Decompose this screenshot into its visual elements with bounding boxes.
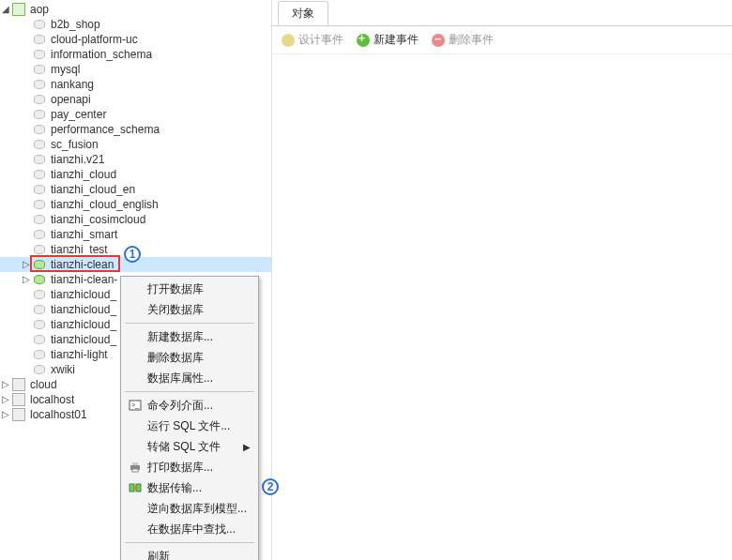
database-item[interactable]: ▷tianzhi-clean [0,257,271,272]
database-icon [32,287,47,302]
menu-item[interactable]: 数据库属性... [123,368,256,388]
expander-icon[interactable]: ◢ [0,2,11,17]
blank-icon [127,350,144,365]
menu-item-label: 数据传输... [147,480,202,496]
database-item[interactable]: tianzhi_cloud_english [0,197,271,212]
tree-item-label: tianzhicloud_ [49,332,116,347]
content-panel: 对象 设计事件 新建事件 删除事件 [272,0,732,560]
database-item[interactable]: performance_schema [0,122,271,137]
transfer-icon [127,480,144,495]
tree-item-label: localhost [28,392,74,407]
menu-item[interactable]: 运行 SQL 文件... [123,416,256,436]
menu-item-label: 转储 SQL 文件 [147,439,221,455]
database-icon [32,257,47,272]
expander-icon[interactable]: ▷ [21,257,32,272]
database-icon [32,242,47,257]
database-icon [32,212,47,227]
connection-aop[interactable]: ◢aop [0,2,271,17]
database-icon [32,317,47,332]
tree-item-label: tianzhi_smart [49,227,117,242]
menu-item[interactable]: 数据传输... [123,477,256,498]
menu-item-label: 关闭数据库 [147,302,204,318]
menu-item-label: 逆向数据库到模型... [147,501,247,517]
menu-item[interactable]: 删除数据库 [123,347,256,368]
menu-item[interactable]: 关闭数据库 [123,299,256,320]
database-item[interactable]: cloud-platform-uc [0,32,271,47]
tree-item-label: pay_center [49,107,106,122]
database-icon [32,227,47,242]
menu-item[interactable]: >_命令列介面... [123,395,256,416]
submenu-arrow-icon: ▶ [243,442,251,452]
database-item[interactable]: tianzhi_smart [0,227,271,242]
new-event-button[interactable]: 新建事件 [357,32,419,48]
connection-icon [11,392,26,407]
menu-item[interactable]: 打印数据库... [123,457,256,477]
menu-separator [125,323,254,324]
database-icon [32,92,47,107]
tree-item-label: performance_schema [49,122,160,137]
tree-item-label: tianzhi_cloud_en [49,182,135,197]
plus-icon [357,34,370,47]
tree-item-label: xwiki [49,362,75,377]
blank-icon [127,281,144,296]
database-item[interactable]: tianzhi_test [0,242,271,257]
database-icon [32,362,47,377]
database-item[interactable]: mysql [0,62,271,77]
design-event-button: 设计事件 [282,32,343,48]
expander-icon[interactable]: ▷ [0,392,11,407]
blank-icon [127,418,144,433]
design-icon [282,34,295,47]
connection-icon [11,377,26,392]
database-icon [32,122,47,137]
blank-icon [127,501,144,516]
tree-item-label: tianzhicloud_ [49,302,116,317]
database-item[interactable]: nankang [0,77,271,92]
tree-item-label: information_schema [49,47,152,62]
database-icon [32,272,47,287]
tab-objects[interactable]: 对象 [278,1,328,25]
tree-item-label: b2b_shop [49,17,100,32]
database-icon [32,32,47,47]
database-item[interactable]: b2b_shop [0,17,271,32]
tab-bar: 对象 [272,0,732,26]
context-menu[interactable]: 打开数据库关闭数据库新建数据库...删除数据库数据库属性...>_命令列介面..… [120,276,259,560]
tree-item-label: tianzhi_test [49,242,108,257]
database-item[interactable]: tianzhi_cloud_en [0,182,271,197]
database-item[interactable]: tianzhi_cloud [0,167,271,182]
menu-item-label: 命令列介面... [147,398,213,414]
database-icon [32,167,47,182]
tree-item-label: tianzhi-clean- [49,272,117,287]
svg-rect-4 [132,469,138,472]
delete-event-button: 删除事件 [432,32,494,48]
database-item[interactable]: information_schema [0,47,271,62]
tree-item-label: tianzhi-clean [49,257,114,272]
expander-icon[interactable]: ▷ [0,377,11,392]
tree-item-label: nankang [49,77,94,92]
database-item[interactable]: sc_fusion [0,137,271,152]
menu-item[interactable]: 逆向数据库到模型... [123,498,256,519]
svg-text:>_: >_ [131,401,139,409]
tree-item-label: tianzhicloud_ [49,317,116,332]
blank-icon [127,302,144,317]
menu-item-label: 刷新 [147,549,170,561]
database-icon [32,182,47,197]
menu-separator [125,542,254,543]
menu-item[interactable]: 转储 SQL 文件▶ [123,436,256,457]
menu-item[interactable]: 刷新 [123,546,256,560]
expander-icon[interactable]: ▷ [21,272,32,287]
expander-icon[interactable]: ▷ [0,407,11,422]
database-item[interactable]: openapi [0,92,271,107]
database-item[interactable]: tianzhi.v21 [0,152,271,167]
database-item[interactable]: pay_center [0,107,271,122]
svg-rect-3 [132,462,138,465]
menu-item[interactable]: 在数据库中查找... [123,519,256,539]
tree-item-label: sc_fusion [49,137,99,152]
tree-item-label: localhost01 [28,407,87,422]
tree-item-label: tianzhi.v21 [49,152,104,167]
menu-item[interactable]: 新建数据库... [123,326,256,347]
database-item[interactable]: tianzhi_cosimcloud [0,212,271,227]
blank-icon [127,439,144,454]
new-event-label: 新建事件 [374,32,419,48]
tree-item-label: aop [28,2,49,17]
menu-item[interactable]: 打开数据库 [123,279,256,299]
